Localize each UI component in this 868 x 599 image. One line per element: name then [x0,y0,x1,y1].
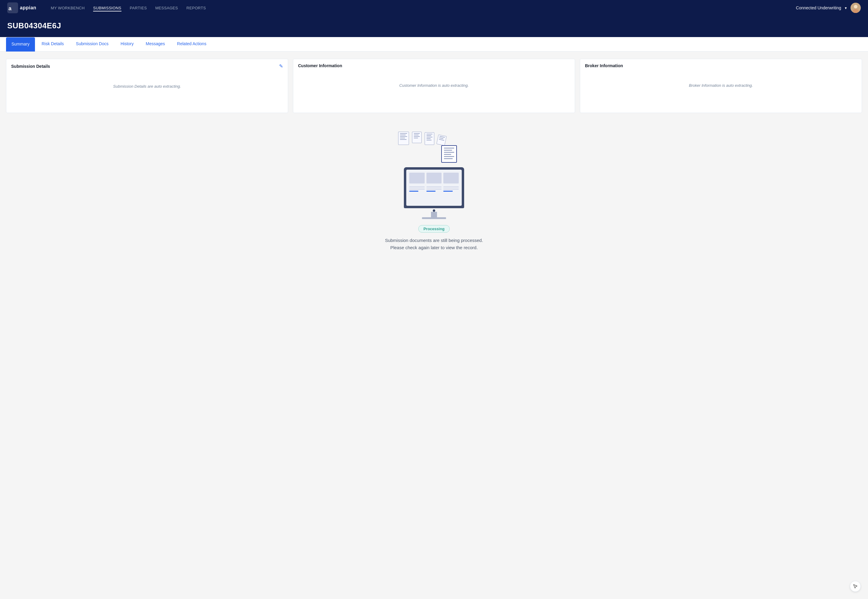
screen-line-blue [443,191,452,192]
tab-risk-details[interactable]: Risk Details [36,37,69,51]
screen-line-group-1 [409,187,425,192]
page-title: SUB04304E6J [7,21,861,30]
mini-doc-c [425,132,434,145]
svg-point-3 [854,5,857,8]
user-dropdown-arrow[interactable]: ▾ [845,6,847,10]
customer-information-body: Customer Information is auto extracting. [293,71,575,112]
top-nav: a appian MY WORKBENCH SUBMISSIONS PARTIE… [0,0,868,16]
processing-section: Processing Submission documents are stil… [6,123,862,263]
monitor-power-dot [433,209,435,212]
nav-link-reports[interactable]: REPORTS [187,5,206,12]
screen-thumbnails [409,173,459,184]
monitor-stand-base [422,217,446,219]
customer-information-title: Customer Information [298,63,342,68]
screen-line-group-2 [426,187,442,192]
mini-doc-a [398,132,409,145]
submission-details-title: Submission Details [11,64,50,69]
broker-information-extracting-text: Broker Information is auto extracting. [689,83,753,88]
user-label[interactable]: Connected Underwriting [796,5,841,10]
screen-line [409,189,425,190]
screen-line [409,187,425,187]
monitor-screen-outer [404,167,464,208]
logo-text: appian [20,5,36,11]
floating-docs [398,129,446,145]
screen-thumb-3 [443,173,459,184]
avatar[interactable] [850,3,861,13]
nav-right: Connected Underwriting ▾ [796,3,861,13]
cards-row: Submission Details ✎ Submission Details … [6,59,862,113]
mini-doc-b [412,132,422,143]
doc-illustration [383,129,485,219]
customer-information-extracting-text: Customer Information is auto extracting. [399,83,469,88]
screen-line [443,189,459,190]
tab-messages[interactable]: Messages [140,37,170,51]
screen-lines [409,187,459,192]
monitor [404,167,464,219]
nav-link-my-workbench[interactable]: MY WORKBENCH [51,5,85,12]
screen-thumb-1 [409,173,425,184]
submission-details-card: Submission Details ✎ Submission Details … [6,59,288,113]
svg-text:a: a [8,5,12,12]
screen-thumb-2 [426,173,442,184]
main-content: Submission Details ✎ Submission Details … [0,51,868,599]
cursor-icon[interactable] [850,581,861,592]
nav-links: MY WORKBENCH SUBMISSIONS PARTIES MESSAGE… [51,5,786,12]
processing-message: Submission documents are still being pro… [385,237,483,251]
submission-details-header: Submission Details ✎ [6,59,288,72]
customer-information-header: Customer Information [293,59,575,71]
broker-information-header: Broker Information [580,59,862,71]
tab-related-actions[interactable]: Related Actions [172,37,212,51]
tab-history[interactable]: History [115,37,139,51]
screen-line [443,187,459,187]
monitor-stand-neck [431,212,437,217]
nav-link-parties[interactable]: PARTIES [130,5,147,12]
broker-information-title: Broker Information [585,63,623,68]
page-header: SUB04304E6J [0,16,868,37]
monitor-screen-inner [406,170,462,206]
submission-details-body: Submission Details are auto extracting. [6,72,288,113]
edit-icon[interactable]: ✎ [279,63,283,69]
screen-line [426,187,442,187]
mini-doc-d [436,134,447,146]
tab-summary[interactable]: Summary [6,38,35,51]
tab-bar: Summary Risk Details Submission Docs His… [0,37,868,51]
screen-line-blue [409,191,418,192]
big-doc [441,145,457,163]
screen-line [426,189,442,190]
broker-information-body: Broker Information is auto extracting. [580,71,862,112]
tab-submission-docs[interactable]: Submission Docs [71,37,114,51]
screen-line-blue [426,191,436,192]
nav-link-submissions[interactable]: SUBMISSIONS [93,5,122,12]
nav-link-messages[interactable]: MESSAGES [155,5,178,12]
submission-details-extracting-text: Submission Details are auto extracting. [113,84,181,89]
customer-information-card: Customer Information Customer Informatio… [293,59,575,113]
processing-message-line1: Submission documents are still being pro… [385,238,483,243]
processing-message-line2: Please check again later to view the rec… [390,245,478,250]
screen-line-group-3 [443,187,459,192]
processing-badge: Processing [418,225,450,233]
broker-information-card: Broker Information Broker Information is… [580,59,862,113]
app-logo[interactable]: a appian [7,2,36,13]
